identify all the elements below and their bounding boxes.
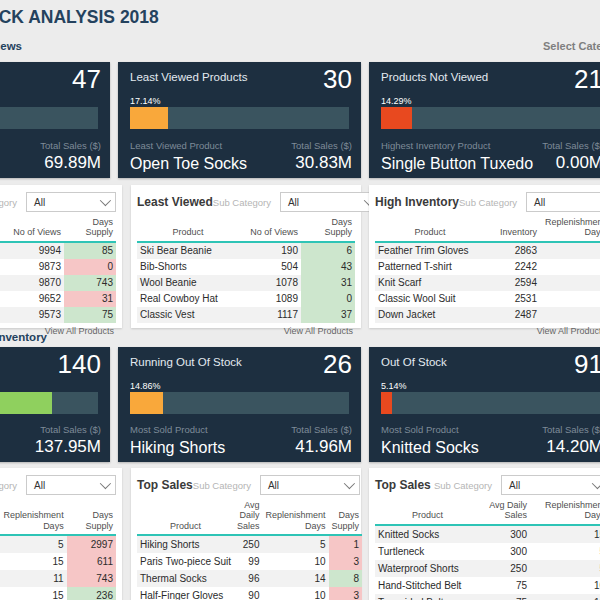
total-sales-label: Total Sales ($) [40, 140, 101, 151]
col-header: Product [137, 499, 234, 535]
col-header: Avg Daily Sales [480, 499, 530, 525]
table-row[interactable]: Ski Bear Beanie1906 [137, 242, 355, 259]
chevron-down-icon [100, 478, 111, 489]
total-sales-label: Total Sales ($) [291, 140, 352, 151]
table-row[interactable]: 957375 [0, 307, 116, 323]
table-row[interactable]: Waterproof Shorts2505 [375, 560, 600, 577]
table-card-top-sales-middle: Top Sales Sub Category All ProductAvg Da… [131, 468, 361, 600]
progress-bar [381, 392, 600, 414]
dropdown-value: All [288, 197, 364, 208]
dropdown-value: All [34, 480, 100, 491]
table-title: High Inventory [375, 195, 459, 209]
table-card-high-inventory: High Inventory Sub Category All ProductI… [369, 185, 600, 328]
table-row[interactable]: 999485 [0, 242, 116, 259]
subcategory-dropdown[interactable]: All [260, 475, 360, 495]
table-row[interactable]: Hand-Stitched Belt7510 [375, 577, 600, 594]
kpi-card-running-out-of-stock: Running Out Of Stock 26 14.86% Most Sold… [118, 347, 361, 462]
table-row[interactable]: Paris Two-piece Suit99103 [137, 553, 362, 570]
table-row[interactable]: Two-sided Belt7510 [375, 594, 600, 600]
table-row[interactable]: 965231 [0, 291, 116, 307]
view-all-products-link[interactable]: View All Products [375, 326, 600, 336]
table-row[interactable]: Classic Wool Suit2531 [375, 291, 600, 307]
col-header: Replenishment Days [540, 216, 600, 242]
chevron-down-icon [344, 478, 355, 489]
filter-label: Sub Category [213, 197, 280, 208]
col-header: Days Supply [67, 499, 116, 535]
table-row[interactable]: Half-Finger Gloves90103 [137, 587, 362, 600]
progress-fill [0, 392, 52, 414]
subcategory-dropdown[interactable]: All [26, 475, 116, 495]
data-table: ProductInventoryReplenishment Days Feath… [375, 216, 600, 323]
kpi-percent: 14.86% [130, 381, 161, 391]
chevron-down-icon [592, 478, 600, 489]
filter-label: Sub Category [193, 480, 260, 491]
col-header: Product [375, 216, 485, 242]
view-all-products-link[interactable]: View All Products [137, 326, 355, 336]
table-row[interactable]: Classic Vest111737 [137, 307, 355, 323]
col-header: No of Views [239, 216, 301, 242]
table-row[interactable]: 152997 [0, 535, 116, 553]
table-title: Top Sales [375, 478, 431, 492]
kpi-card-products-not-viewed: Products Not Viewed 21 14.29% Highest In… [369, 62, 600, 178]
total-sales-label: Total Sales ($) [291, 424, 352, 435]
table-row[interactable]: Thermal Socks96148 [137, 570, 362, 587]
data-table: ProductAvg Daily SalesReplenishment Days… [0, 499, 116, 600]
kpi-card-least-viewed-products: Least Viewed Products 30 17.14% Least Vi… [118, 62, 361, 178]
table-row[interactable]: Down Jacket2487 [375, 307, 600, 323]
table-row[interactable]: 98730 [0, 259, 116, 275]
subcategory-dropdown[interactable]: All [501, 475, 600, 495]
table-row[interactable]: 9870743 [0, 275, 116, 291]
select-category-label: Select Category [543, 40, 600, 52]
col-header: Replenishment Days [530, 499, 600, 525]
dropdown-value: All [534, 197, 600, 208]
table-row[interactable]: 315236 [0, 587, 116, 600]
data-table: ProductAvg Daily SalesReplenishment Days… [375, 499, 600, 600]
view-all-products-link[interactable]: View All Products [0, 326, 116, 336]
total-sales-label: Total Sales ($) [542, 140, 600, 151]
chevron-down-icon [100, 195, 111, 206]
subcategory-dropdown[interactable]: All [280, 192, 380, 212]
table-row[interactable]: 215611 [0, 553, 116, 570]
total-sales-value: 30.83M [295, 153, 352, 173]
table-row[interactable]: Real Cowboy Hat10890 [137, 291, 355, 307]
dropdown-value: All [509, 480, 592, 491]
progress-fill [381, 107, 412, 129]
table-row[interactable]: Wool Beanie107831 [137, 275, 355, 291]
table-title: Least Viewed [137, 195, 213, 209]
col-header: Avg Daily Sales [234, 499, 263, 535]
filter-label: Sub Category [459, 197, 526, 208]
total-sales-value: 69.89M [44, 153, 101, 173]
col-header: Product [137, 216, 239, 242]
total-sales-value: 0.00M [556, 153, 600, 173]
table-row[interactable]: Knitted Socks30015 [375, 525, 600, 543]
kpi-value: 47 [72, 64, 101, 95]
kpi-value: 26 [323, 349, 352, 380]
kpi-value: 30 [323, 64, 352, 95]
kpi-card-in-stock: 140 Total Sales ($) 137.95M [0, 347, 110, 462]
total-sales-label: Total Sales ($) [40, 424, 101, 435]
progress-fill [130, 392, 163, 414]
table-row[interactable]: Bib-Shorts50443 [137, 259, 355, 275]
col-header: Replenishment Days [262, 499, 328, 535]
table-row[interactable]: Turtleneck3005 [375, 543, 600, 560]
kpi-footer-label: Highest Inventory Product [381, 140, 490, 151]
kpi-footer-value: Knitted Socks [381, 439, 479, 457]
total-sales-value: 41.96M [295, 437, 352, 457]
kpi-footer-value: Open Toe Socks [130, 155, 247, 173]
total-sales-value: 14.20M [546, 437, 600, 457]
col-header: Replenishment Days [1, 499, 67, 535]
col-header: No of Views [0, 216, 64, 242]
table-row[interactable]: 211743 [0, 570, 116, 587]
kpi-value: 91 [574, 349, 600, 380]
subcategory-dropdown[interactable]: All [526, 192, 600, 212]
table-row[interactable]: Knit Scarf2594 [375, 275, 600, 291]
dropdown-value: All [268, 480, 344, 491]
col-header: Inventory [485, 216, 540, 242]
filter-label: Sub Category [434, 480, 501, 491]
table-row[interactable]: Hiking Shorts25051 [137, 535, 362, 553]
col-header: Days Supply [329, 499, 363, 535]
table-row[interactable]: Patterned T-shirt2242 [375, 259, 600, 275]
subcategory-dropdown[interactable]: All [26, 192, 116, 212]
table-row[interactable]: Feather Trim Gloves2863 [375, 242, 600, 259]
kpi-footer-value: Hiking Shorts [130, 439, 225, 457]
